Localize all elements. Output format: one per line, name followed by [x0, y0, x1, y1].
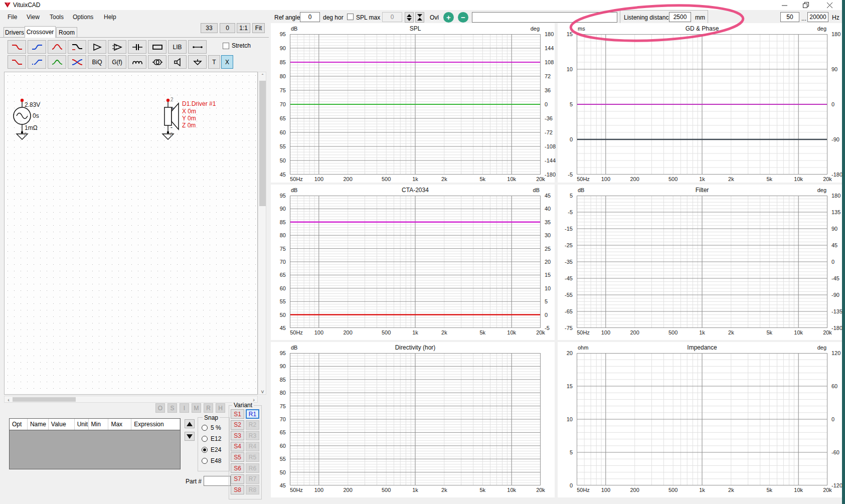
column-header-min: Min: [89, 419, 109, 430]
canvas-horizontal-scrollbar[interactable]: ‹ ›: [4, 396, 258, 403]
variant-button-r3[interactable]: R3: [246, 431, 259, 440]
variant-button-r4[interactable]: R4: [246, 442, 259, 451]
tab-drivers[interactable]: Drivers: [4, 27, 26, 37]
spl-max-spinner[interactable]: [405, 12, 414, 23]
variant-button-s6[interactable]: S6: [231, 463, 244, 473]
view-button-Fit[interactable]: Fit: [252, 23, 265, 33]
variant-button-s4[interactable]: S4: [231, 442, 244, 451]
part-number-input[interactable]: [204, 476, 231, 486]
x-button[interactable]: X: [221, 55, 233, 69]
overlay-add-button[interactable]: +: [443, 12, 454, 23]
variant-button-r6[interactable]: R6: [246, 463, 259, 473]
parameter-table[interactable]: OptNameValueUnitMinMaxExpression: [9, 418, 181, 469]
restore-button[interactable]: [798, 0, 813, 10]
svg-text:1mΩ: 1mΩ: [25, 124, 38, 131]
lib-button[interactable]: LIB: [168, 40, 187, 54]
snap-radio-E24[interactable]: E24: [202, 446, 221, 453]
spl-max-checkbox[interactable]: [347, 14, 354, 20]
variant-button-s5[interactable]: S5: [231, 452, 244, 462]
app-logo-icon: [4, 2, 11, 8]
row-up-button[interactable]: [185, 419, 195, 428]
highpass-alt-icon[interactable]: [28, 55, 46, 69]
snap-radio-E12[interactable]: E12: [202, 435, 221, 442]
close-button[interactable]: [822, 0, 837, 10]
view-button-11[interactable]: 1:1: [237, 23, 250, 33]
axis-tick-label: 20: [555, 350, 575, 356]
stretch-checkbox[interactable]: [223, 43, 229, 49]
variant-button-s1[interactable]: S1: [231, 409, 244, 419]
shelf-icon[interactable]: [68, 40, 86, 54]
mode-button-i[interactable]: I: [180, 403, 189, 413]
speaker-icon[interactable]: [168, 55, 187, 69]
vertical-scroll-thumb[interactable]: [259, 81, 266, 206]
menu-tools[interactable]: Tools: [50, 14, 64, 21]
menu-view[interactable]: View: [27, 14, 40, 21]
ground-icon[interactable]: [188, 55, 207, 69]
t-button[interactable]: T: [208, 55, 220, 69]
biq-button[interactable]: BiQ: [88, 55, 106, 69]
snap-radio-5[interactable]: 5 %: [202, 424, 221, 431]
inductor-icon[interactable]: [128, 55, 146, 69]
variant-button-r5[interactable]: R5: [246, 452, 259, 462]
lowpass-alt-icon[interactable]: [8, 55, 26, 69]
peak-icon[interactable]: [48, 55, 66, 69]
opamp-icon[interactable]: [108, 40, 126, 54]
mode-button-m[interactable]: M: [192, 403, 201, 413]
voltage-source-symbol[interactable]: 2.83V 0s 1mΩ 0: [14, 99, 40, 139]
variant-button-s8[interactable]: S8: [231, 485, 244, 494]
driver-symbol[interactable]: 2 + - 0 D1.Driver #1 X 0m Y 0m Z 0m: [162, 97, 216, 139]
amplifier-icon[interactable]: [88, 40, 106, 54]
x-tick-label: 50Hz: [573, 487, 593, 493]
variant-button-s2[interactable]: S2: [231, 420, 244, 430]
overlay-name-input[interactable]: [472, 12, 617, 23]
menu-help[interactable]: Help: [104, 14, 116, 21]
axis-tick-label: 5: [555, 101, 575, 107]
gf-button[interactable]: G(f): [108, 55, 126, 69]
tab-room[interactable]: Room: [56, 27, 77, 37]
freq-min-input[interactable]: [780, 12, 799, 22]
canvas-vertical-scrollbar[interactable]: ˆ ˅: [258, 72, 266, 395]
autoscale-button[interactable]: [415, 12, 424, 23]
variant-button-r2[interactable]: R2: [246, 420, 259, 430]
spl-max-input[interactable]: [382, 12, 402, 22]
bandpass-icon[interactable]: [48, 40, 66, 54]
menu-options[interactable]: Options: [73, 14, 93, 21]
scroll-left-icon[interactable]: ‹: [6, 396, 12, 403]
axis-unit-left: dB: [291, 187, 297, 193]
horizontal-scroll-thumb[interactable]: [13, 397, 76, 402]
crossover-icon[interactable]: [68, 55, 86, 69]
minimize-button[interactable]: [777, 0, 792, 10]
variant-button-r7[interactable]: R7: [246, 474, 259, 484]
variant-button-r8[interactable]: R8: [246, 485, 259, 494]
menu-file[interactable]: File: [8, 14, 17, 21]
variant-button-s3[interactable]: S3: [231, 431, 244, 440]
freq-max-input[interactable]: [807, 12, 828, 22]
axis-tick-label: 55: [268, 456, 288, 462]
stretch-checkbox-group[interactable]: Stretch: [223, 42, 251, 49]
wire-icon[interactable]: [188, 40, 207, 54]
variant-button-s7[interactable]: S7: [231, 474, 244, 484]
x-tick-label: 500: [376, 176, 396, 182]
ref-angle-input[interactable]: [300, 12, 320, 22]
snap-radio-E48[interactable]: E48: [202, 457, 221, 464]
mode-button-r[interactable]: R: [204, 403, 213, 413]
tab-crossover[interactable]: Crossover: [25, 26, 56, 38]
capacitor-icon[interactable]: [128, 40, 146, 54]
mode-button-h[interactable]: H: [216, 403, 225, 413]
mode-button-o[interactable]: O: [155, 403, 165, 413]
view-button-0[interactable]: 0: [220, 23, 235, 33]
overlay-remove-button[interactable]: −: [458, 12, 468, 23]
schematic-canvas[interactable]: 2.83V 0s 1mΩ 0 2 + - 0 D1.Driver #1 X 0m: [4, 72, 258, 395]
variant-button-r1[interactable]: R1: [246, 409, 259, 419]
transformer-icon[interactable]: [148, 55, 166, 69]
resistor-icon[interactable]: [148, 40, 166, 54]
highpass-icon[interactable]: [28, 40, 46, 54]
mode-button-s[interactable]: S: [167, 403, 177, 413]
scroll-up-icon[interactable]: ˆ: [258, 72, 267, 80]
listening-distance-input[interactable]: [669, 12, 691, 22]
scroll-down-icon[interactable]: ˅: [258, 388, 267, 395]
view-button-33[interactable]: 33: [201, 23, 218, 33]
x-tick-label: 5k: [759, 487, 779, 493]
row-down-button[interactable]: [185, 432, 195, 441]
lowpass-icon[interactable]: [8, 40, 26, 54]
